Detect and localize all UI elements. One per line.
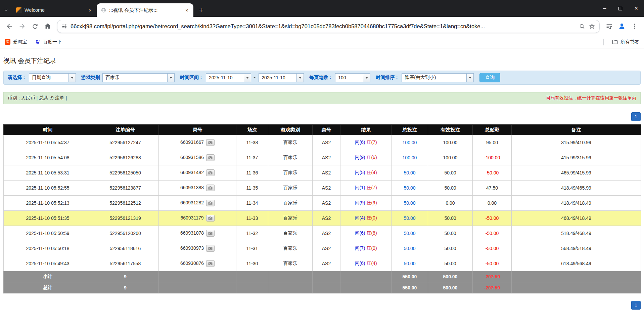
- chevron-down-icon[interactable]: [363, 74, 370, 82]
- cell-total-bet[interactable]: 50.00: [392, 165, 428, 181]
- sort-select[interactable]: 降幂(由大到小): [402, 73, 474, 82]
- cell-bet-id: 522956127247: [92, 135, 159, 150]
- bookmark-star-icon[interactable]: [589, 23, 595, 30]
- player-result: 闲(4): [355, 215, 365, 221]
- tab-close-icon[interactable]: ×: [87, 7, 93, 13]
- browser-tab-welcome[interactable]: Welcome ×: [12, 3, 97, 17]
- cell-total-bet[interactable]: 50.00: [392, 226, 428, 241]
- view-video-button[interactable]: [206, 139, 215, 146]
- site-info-icon[interactable]: [61, 24, 67, 29]
- reload-button[interactable]: [29, 20, 41, 32]
- tab-close-icon[interactable]: ×: [184, 7, 190, 13]
- tab-search-chevron-icon[interactable]: [0, 3, 12, 17]
- view-video-button[interactable]: [206, 230, 215, 237]
- cell-total-bet[interactable]: 50.00: [392, 256, 428, 271]
- bookmark-label: 爱淘宝: [13, 39, 27, 45]
- back-button[interactable]: [3, 20, 15, 32]
- cell-game-type: 百家乐: [268, 256, 313, 271]
- column-header: 总派彩: [473, 125, 512, 135]
- cell-result: 闲(9) 庄(9): [340, 196, 392, 211]
- cell-bet-id: 522956126288: [92, 150, 159, 165]
- all-bookmarks-button[interactable]: 所有书签: [612, 39, 639, 45]
- cell-session: 11-38: [236, 135, 268, 150]
- close-window-button[interactable]: ✕: [628, 0, 644, 17]
- round-id: 660931179: [180, 215, 203, 221]
- cell-note: 568.49/518.49: [512, 241, 641, 256]
- cell-result: 闲(6) 庄(8): [340, 226, 392, 241]
- player-result: 闲(6): [355, 230, 365, 236]
- view-video-button[interactable]: [206, 260, 215, 267]
- round-id: 660931586: [180, 155, 204, 160]
- address-bar[interactable]: 66cxkj98.com/ipl/portal.php/game/betreco…: [57, 20, 600, 33]
- cell-valid-bet: 50.00: [428, 211, 473, 226]
- game-type-select[interactable]: 百家乐: [102, 73, 175, 82]
- date-to-value: 2025-11-10: [259, 75, 296, 80]
- empty-cell: [236, 282, 268, 293]
- cell-total-bet[interactable]: 50.00: [392, 196, 428, 211]
- maximize-button[interactable]: [612, 0, 628, 17]
- cell-note: 418.49/418.49: [512, 196, 641, 211]
- forward-button[interactable]: [16, 20, 28, 32]
- view-video-button[interactable]: [206, 215, 215, 222]
- cell-total-bet[interactable]: 50.00: [392, 181, 428, 196]
- cell-valid-bet: 100.00: [428, 150, 473, 165]
- media-controls-icon[interactable]: [603, 20, 615, 32]
- cell-note: 315.99/410.99: [512, 135, 641, 150]
- page-1-button[interactable]: 1: [631, 112, 641, 121]
- page-1-button[interactable]: 1: [631, 301, 641, 310]
- cell-bet-id: 522956120200: [92, 226, 159, 241]
- profile-avatar[interactable]: [616, 20, 628, 32]
- cell-bet-id: 522956122512: [92, 196, 159, 211]
- chevron-down-icon[interactable]: [68, 74, 76, 82]
- chevron-down-icon[interactable]: [244, 74, 251, 82]
- cell-total-bet[interactable]: 50.00: [392, 211, 428, 226]
- browser-menu-icon[interactable]: [629, 20, 641, 32]
- banker-result: 庄(0): [366, 245, 377, 251]
- cell-total-bet[interactable]: 50.00: [392, 241, 428, 256]
- view-video-button[interactable]: [206, 245, 215, 252]
- window-controls: ─ ✕: [597, 0, 644, 17]
- globe-icon: [101, 7, 106, 13]
- cell-game-type: 百家乐: [268, 135, 313, 150]
- date-from-select[interactable]: 2025-11-10: [206, 73, 251, 82]
- subtotal-payout: -207.50: [473, 271, 512, 282]
- minimize-button[interactable]: ─: [597, 0, 612, 17]
- view-video-button[interactable]: [206, 185, 215, 191]
- bookmark-baidu[interactable]: 百度一下: [35, 39, 62, 45]
- tab-title: Welcome: [25, 7, 84, 13]
- chevron-down-icon[interactable]: [167, 74, 174, 82]
- query-type-select[interactable]: 日期查询: [29, 73, 76, 82]
- cell-valid-bet: 50.00: [428, 256, 473, 271]
- zoom-icon[interactable]: [579, 23, 585, 30]
- banker-result: 庄(6): [366, 155, 377, 160]
- empty-cell: [313, 271, 340, 282]
- round-id: 660931078: [180, 230, 204, 236]
- total-count: 9: [92, 282, 159, 293]
- page-size-select[interactable]: 100: [335, 73, 370, 82]
- view-video-button[interactable]: [206, 200, 215, 206]
- cell-table-no: AS2: [313, 181, 340, 196]
- date-to-select[interactable]: 2025-11-10: [259, 73, 304, 82]
- cell-bet-id: 522956121319: [92, 211, 159, 226]
- pagination-bottom: 1: [3, 301, 641, 310]
- cell-total-bet[interactable]: 100.00: [392, 150, 428, 165]
- home-button[interactable]: [42, 20, 54, 32]
- round-id: 660931667: [180, 139, 204, 145]
- cell-total-bet[interactable]: 100.00: [392, 135, 428, 150]
- browser-tab-betrecord[interactable]: :::视讯 会员下注纪录::: ×: [97, 3, 193, 17]
- bet-table-body: 2025-11-10 05:54:37 522956127247 6609316…: [4, 135, 641, 271]
- search-button[interactable]: 查询: [479, 73, 500, 82]
- view-video-button[interactable]: [206, 169, 215, 176]
- new-tab-button[interactable]: +: [196, 5, 206, 15]
- bookmark-aitaobao[interactable]: 淘 爱淘宝: [5, 39, 27, 45]
- column-header: 备注: [512, 125, 641, 135]
- round-id: 660931388: [180, 185, 204, 190]
- chevron-down-icon[interactable]: [466, 74, 473, 82]
- cell-payout: 47.50: [473, 181, 512, 196]
- view-video-button[interactable]: [206, 154, 215, 161]
- cell-table-no: AS2: [313, 256, 340, 271]
- chevron-down-icon[interactable]: [296, 74, 304, 82]
- cell-time: 2025-11-10 05:52:13: [4, 196, 92, 211]
- cell-table-no: AS2: [313, 241, 340, 256]
- url-text[interactable]: 66cxkj98.com/ipl/portal.php/game/betreco…: [71, 23, 576, 30]
